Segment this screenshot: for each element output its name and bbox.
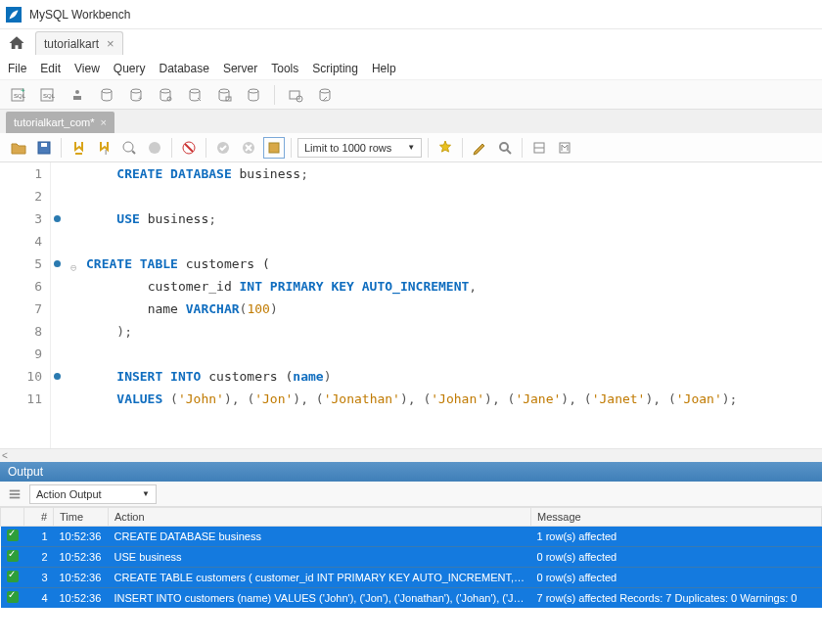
autocommit-icon[interactable] [263, 137, 285, 159]
code-line[interactable]: CREATE DATABASE business; [86, 162, 822, 185]
menu-query[interactable]: Query [114, 62, 146, 75]
output-row[interactable]: 310:52:36CREATE TABLE customers ( custom… [1, 568, 822, 588]
file-tab-row: tutorialkart_com* × [0, 110, 822, 133]
menu-scripting[interactable]: Scripting [312, 62, 358, 75]
output-row[interactable]: 210:52:36USE business0 row(s) affected [1, 547, 822, 568]
statement-marker-icon [54, 260, 61, 267]
file-tab-label: tutorialkart_com* [14, 116, 95, 128]
commit-icon[interactable] [212, 137, 234, 159]
horizontal-scrollbar[interactable]: < [0, 448, 822, 462]
dropdown-arrow-icon: ▼ [142, 489, 150, 498]
fold-toggle-icon[interactable]: ⊖ [70, 256, 77, 279]
row-message: 1 row(s) affected [531, 527, 822, 547]
col-message[interactable]: Message [531, 508, 822, 527]
find-icon[interactable] [494, 137, 516, 159]
menu-database[interactable]: Database [160, 62, 209, 75]
menu-help[interactable]: Help [372, 62, 396, 75]
brush-icon[interactable] [469, 137, 490, 159]
code-line[interactable]: CREATE TABLE customers ( [86, 253, 822, 275]
db-icon-5[interactable] [213, 84, 235, 106]
code-line[interactable] [86, 343, 822, 365]
row-number: 2 [24, 547, 54, 568]
db-icon-1[interactable] [96, 84, 117, 106]
svg-point-7 [102, 89, 112, 93]
row-time: 10:52:36 [54, 547, 109, 568]
row-time: 10:52:36 [54, 527, 109, 547]
status-ok-icon [7, 529, 19, 541]
output-type-label: Action Output [36, 488, 102, 500]
code-line[interactable]: INSERT INTO customers (name) [86, 365, 822, 388]
new-sql-tab-icon[interactable]: SQL+ [8, 84, 29, 106]
code-line[interactable]: VALUES ('John'), ('Jon'), ('Jonathan'), … [86, 388, 822, 410]
code-line[interactable]: name VARCHAR(100) [86, 298, 822, 320]
menubar: File Edit View Query Database Server Too… [0, 57, 822, 80]
code-line[interactable]: customer_id INT PRIMARY KEY AUTO_INCREME… [86, 275, 822, 298]
execute-icon[interactable] [68, 137, 89, 159]
stop-icon[interactable] [144, 137, 165, 159]
no-commit-icon[interactable] [178, 137, 200, 159]
menu-tools[interactable]: Tools [271, 62, 298, 75]
db-icon-2[interactable]: + [125, 84, 147, 106]
svg-rect-31 [10, 489, 21, 491]
rollback-icon[interactable] [238, 137, 259, 159]
row-number: 1 [24, 527, 54, 547]
db-icon-4[interactable] [184, 84, 206, 106]
menu-edit[interactable]: Edit [40, 62, 61, 75]
separator [462, 138, 463, 158]
code-line[interactable] [86, 185, 822, 207]
explain-icon[interactable] [118, 137, 140, 159]
save-icon[interactable] [33, 137, 55, 159]
search-icon[interactable] [285, 84, 306, 106]
open-file-icon[interactable] [8, 137, 29, 159]
close-icon[interactable]: × [107, 36, 114, 51]
query-toolbar: I Limit to 1000 rows ▼ [0, 133, 822, 162]
db-icon-6[interactable] [243, 84, 264, 106]
line-number: 10 [0, 365, 42, 388]
separator [428, 138, 429, 158]
svg-point-10 [160, 89, 170, 93]
menu-file[interactable]: File [8, 62, 26, 75]
col-time[interactable]: Time [54, 508, 109, 527]
beautify-icon[interactable] [434, 137, 456, 159]
execute-current-icon[interactable]: I [93, 137, 114, 159]
code-line[interactable]: USE business; [86, 207, 822, 230]
menu-server[interactable]: Server [223, 62, 257, 75]
output-row[interactable]: 410:52:36INSERT INTO customers (name) VA… [1, 588, 822, 609]
open-sql-icon[interactable]: SQL [37, 84, 59, 106]
svg-rect-16 [290, 91, 299, 99]
invisible-icon[interactable] [554, 137, 575, 159]
col-action[interactable]: Action [109, 508, 531, 527]
svg-text:+: + [21, 87, 25, 95]
close-icon[interactable]: × [101, 116, 107, 128]
titlebar: MySQL Workbench [0, 0, 822, 29]
col-num[interactable]: # [24, 508, 54, 527]
svg-rect-33 [10, 496, 21, 498]
status-ok-icon [7, 550, 19, 562]
limit-rows-select[interactable]: Limit to 1000 rows ▼ [297, 138, 422, 158]
sql-editor[interactable]: 1234567891011 ⊖ CREATE DATABASE business… [0, 162, 822, 448]
code-line[interactable]: ); [86, 320, 822, 343]
separator [61, 138, 62, 158]
row-action: USE business [109, 547, 531, 568]
dashboard-icon[interactable] [314, 84, 336, 106]
menu-view[interactable]: View [74, 62, 100, 75]
dropdown-arrow-icon: ▼ [407, 143, 415, 152]
output-type-select[interactable]: Action Output ▼ [29, 484, 157, 504]
code-line[interactable] [86, 230, 822, 253]
output-list-icon[interactable] [6, 485, 23, 503]
code-area[interactable]: CREATE DATABASE business; USE business;C… [84, 162, 822, 448]
file-tab[interactable]: tutorialkart_com* × [6, 112, 114, 133]
wrap-icon[interactable] [528, 137, 550, 159]
connection-tab[interactable]: tutorialkart × [35, 31, 123, 55]
col-status[interactable] [1, 508, 24, 527]
fold-gutter: ⊖ [68, 162, 84, 448]
scroll-left-icon[interactable]: < [2, 450, 8, 461]
statement-marker-icon [54, 215, 61, 222]
home-icon[interactable] [6, 32, 27, 54]
nav-icon[interactable] [67, 84, 88, 106]
db-icon-3[interactable] [155, 84, 176, 106]
output-row[interactable]: 110:52:36CREATE DATABASE business1 row(s… [1, 527, 822, 547]
connection-tab-label: tutorialkart [44, 37, 99, 51]
row-message: 7 row(s) affected Records: 7 Duplicates:… [531, 588, 822, 609]
line-number: 7 [0, 298, 42, 320]
